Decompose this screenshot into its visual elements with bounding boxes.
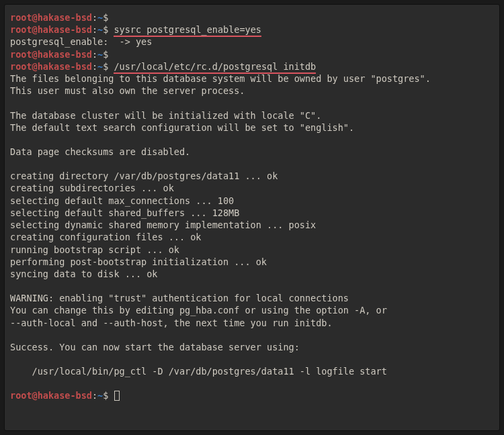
prompt-user: root xyxy=(10,49,32,60)
blank-line xyxy=(10,280,494,292)
output-line: The files belonging to this database sys… xyxy=(10,72,494,85)
prompt-sigil: $ xyxy=(103,12,114,23)
output-line: selecting default max_connections ... 10… xyxy=(10,195,494,207)
prompt-at: @ xyxy=(32,49,38,60)
output-line: running bootstrap script ... ok xyxy=(10,244,494,256)
blank-line xyxy=(10,97,494,109)
prompt-path: ~ xyxy=(97,390,103,401)
prompt-colon: : xyxy=(92,24,97,35)
blank-line xyxy=(10,353,494,365)
prompt-colon: : xyxy=(92,61,97,72)
command-sysrc: sysrc postgresql_enable=yes xyxy=(114,24,261,37)
prompt-user: root xyxy=(10,61,32,72)
output-line: postgresql_enable: -> yes xyxy=(10,36,494,48)
prompt-host: hakase-bsd xyxy=(38,390,92,401)
prompt-line: root@hakase-bsd:~$ xyxy=(10,48,494,60)
prompt-line: root@hakase-bsd:~$ sysrc postgresql_enab… xyxy=(10,23,494,36)
prompt-sigil: $ xyxy=(103,49,114,60)
output-line: performing post-bootstrap initialization… xyxy=(10,256,494,268)
prompt-path: ~ xyxy=(97,12,103,23)
output-line: creating configuration files ... ok xyxy=(10,231,494,243)
output-line: Data page checksums are disabled. xyxy=(10,146,494,158)
blank-line xyxy=(10,377,494,389)
output-line: /usr/local/bin/pg_ctl -D /var/db/postgre… xyxy=(10,365,494,377)
output-line: The default text search configuration wi… xyxy=(10,122,494,134)
prompt-colon: : xyxy=(92,12,97,23)
terminal-window[interactable]: root@hakase-bsd:~$ root@hakase-bsd:~$ sy… xyxy=(4,4,500,431)
output-line: creating subdirectories ... ok xyxy=(10,182,494,194)
prompt-sigil: $ xyxy=(103,390,114,401)
prompt-line: root@hakase-bsd:~$ /usr/local/etc/rc.d/p… xyxy=(10,60,494,72)
prompt-host: hakase-bsd xyxy=(38,12,92,23)
prompt-path: ~ xyxy=(97,61,103,72)
output-line: WARNING: enabling "trust" authentication… xyxy=(10,292,494,304)
prompt-host: hakase-bsd xyxy=(38,61,92,72)
prompt-user: root xyxy=(10,12,32,23)
prompt-line: root@hakase-bsd:~$ xyxy=(10,11,494,23)
output-line: selecting default shared_buffers ... 128… xyxy=(10,207,494,219)
prompt-user: root xyxy=(10,390,32,401)
output-line: creating directory /var/db/postgres/data… xyxy=(10,170,494,182)
prompt-host: hakase-bsd xyxy=(38,24,92,35)
blank-line xyxy=(10,329,494,341)
output-line: --auth-local and --auth-host, the next t… xyxy=(10,317,494,329)
blank-line xyxy=(10,158,494,170)
prompt-path: ~ xyxy=(97,49,103,60)
output-line: The database cluster will be initialized… xyxy=(10,109,494,122)
prompt-path: ~ xyxy=(97,24,103,35)
output-line: syncing data to disk ... ok xyxy=(10,268,494,280)
prompt-sigil: $ xyxy=(103,24,114,35)
prompt-at: @ xyxy=(32,12,38,23)
prompt-host: hakase-bsd xyxy=(38,49,92,60)
prompt-colon: : xyxy=(92,390,97,401)
prompt-at: @ xyxy=(32,61,38,72)
output-line: This user must also own the server proce… xyxy=(10,85,494,97)
blank-line xyxy=(10,134,494,146)
output-line: selecting dynamic shared memory implemen… xyxy=(10,219,494,231)
output-line: You can change this by editing pg_hba.co… xyxy=(10,304,494,316)
prompt-line-active[interactable]: root@hakase-bsd:~$ xyxy=(10,389,494,401)
prompt-colon: : xyxy=(92,49,97,60)
prompt-at: @ xyxy=(32,24,38,35)
prompt-user: root xyxy=(10,24,32,35)
prompt-sigil: $ xyxy=(103,61,114,72)
cursor-icon xyxy=(114,391,120,401)
command-initdb: /usr/local/etc/rc.d/postgresql initdb xyxy=(114,61,316,74)
output-line: Success. You can now start the database … xyxy=(10,341,494,353)
prompt-at: @ xyxy=(32,390,38,401)
